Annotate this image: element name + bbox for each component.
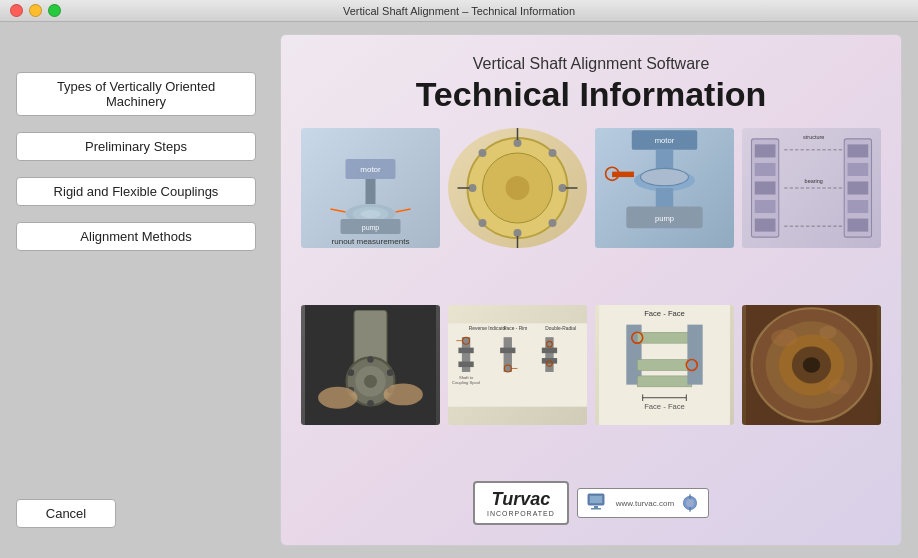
shaft-coupling-svg: motor pump (595, 128, 734, 248)
svg-rect-114 (689, 494, 690, 499)
nav-types-button[interactable]: Types of Vertically Oriented Machinery (16, 72, 256, 116)
company-logo: Turvac Incorporated (473, 481, 569, 525)
computer-icon (586, 493, 610, 513)
logo-area: Turvac Incorporated www.turvac.com (473, 481, 709, 525)
tech-drawing-svg: structure bearing (742, 128, 881, 248)
maximize-button[interactable] (48, 4, 61, 17)
photo-pipe-tube (742, 305, 881, 425)
svg-point-17 (479, 149, 487, 157)
svg-line-9 (396, 209, 411, 212)
svg-point-113 (686, 499, 694, 507)
diagram-technical-drawing: structure bearing (742, 128, 881, 248)
cancel-button[interactable]: Cancel (16, 499, 116, 528)
svg-rect-42 (848, 144, 869, 157)
svg-point-16 (559, 184, 567, 192)
svg-rect-40 (755, 219, 776, 232)
nav-couplings-button[interactable]: Rigid and Flexible Couplings (16, 177, 256, 206)
svg-point-14 (514, 229, 522, 237)
svg-point-12 (506, 176, 530, 200)
svg-text:Face - Face: Face - Face (644, 401, 685, 410)
svg-point-58 (387, 369, 394, 376)
title-bar: Vertical Shaft Alignment – Technical Inf… (0, 0, 918, 22)
svg-rect-38 (755, 181, 776, 194)
panel-subtitle: Vertical Shaft Alignment Software (473, 55, 710, 73)
svg-text:Face - Face: Face - Face (644, 308, 685, 317)
diagram-runout: motor pump runout measurements (301, 128, 440, 248)
svg-point-18 (549, 219, 557, 227)
image-grid: motor pump runout measurements (301, 128, 881, 473)
svg-rect-68 (458, 347, 473, 353)
svg-point-62 (348, 369, 355, 376)
svg-rect-2 (366, 179, 376, 204)
svg-point-15 (469, 184, 477, 192)
diagram-coupling-circle (448, 128, 587, 248)
alignment2-svg: Face - Face Face - Face (595, 305, 734, 425)
svg-rect-33 (612, 172, 634, 177)
svg-text:Reverse Indicator: Reverse Indicator (469, 326, 507, 331)
nav-buttons: Types of Vertically Oriented Machinery P… (16, 72, 264, 259)
svg-point-64 (384, 383, 423, 405)
svg-rect-110 (594, 506, 598, 508)
svg-text:Double-Radial: Double-Radial (545, 326, 576, 331)
svg-rect-79 (542, 347, 557, 353)
nav-alignment-button[interactable]: Alignment Methods (16, 222, 256, 251)
panel-title: Technical Information (416, 75, 767, 114)
svg-point-19 (549, 149, 557, 157)
svg-text:Face - Rim: Face - Rim (504, 326, 528, 331)
svg-rect-44 (848, 181, 869, 194)
content-panel: Vertical Shaft Alignment Software Techni… (280, 34, 902, 546)
svg-rect-115 (689, 507, 690, 512)
logo-tagline: Incorporated (487, 510, 555, 517)
runout-caption: runout measurements (301, 237, 440, 246)
svg-text:Shaft to: Shaft to (459, 374, 474, 379)
logo-website: www.turvac.com (616, 499, 674, 508)
nav-preliminary-button[interactable]: Preliminary Steps (16, 132, 256, 161)
svg-rect-36 (755, 144, 776, 157)
window-title: Vertical Shaft Alignment – Technical Inf… (343, 5, 575, 17)
svg-point-104 (771, 329, 797, 346)
photo-hands-shaft (301, 305, 440, 425)
svg-rect-37 (755, 163, 776, 176)
svg-text:motor: motor (360, 165, 381, 174)
runout-svg: motor pump (301, 154, 440, 244)
diagram-shaft-coupling: motor pump (595, 128, 734, 248)
svg-rect-39 (755, 200, 776, 213)
svg-rect-43 (848, 163, 869, 176)
svg-point-63 (318, 386, 357, 408)
svg-text:structure: structure (803, 134, 824, 140)
svg-point-56 (364, 374, 377, 387)
svg-rect-89 (637, 359, 692, 370)
svg-point-5 (361, 210, 381, 218)
svg-rect-91 (687, 324, 702, 384)
svg-point-20 (479, 219, 487, 227)
svg-point-106 (819, 325, 836, 338)
main-content: Types of Vertically Oriented Machinery P… (0, 22, 918, 558)
window-controls[interactable] (10, 4, 61, 17)
svg-point-105 (828, 379, 850, 394)
tube-photo-svg (742, 305, 881, 425)
svg-rect-69 (458, 361, 473, 367)
svg-point-29 (641, 168, 689, 185)
diagram-alignment-2: Face - Face Face - Face (595, 305, 734, 425)
svg-text:pump: pump (362, 224, 380, 232)
svg-rect-90 (637, 375, 692, 386)
svg-line-8 (331, 209, 346, 212)
sidebar: Types of Vertically Oriented Machinery P… (0, 22, 280, 558)
svg-text:motor: motor (655, 136, 675, 145)
diagram-alignment-1: Reverse Indicator Face - Rim Double-Radi… (448, 305, 587, 425)
svg-rect-45 (848, 200, 869, 213)
svg-point-103 (803, 357, 820, 372)
hands-photo-svg (301, 305, 440, 425)
svg-point-57 (367, 356, 374, 363)
svg-text:pump: pump (655, 214, 674, 223)
close-button[interactable] (10, 4, 23, 17)
pump-icon (680, 493, 700, 513)
svg-rect-88 (637, 332, 692, 343)
svg-rect-46 (848, 219, 869, 232)
svg-rect-111 (591, 508, 601, 510)
svg-rect-74 (500, 347, 515, 353)
minimize-button[interactable] (29, 4, 42, 17)
alignment1-svg: Reverse Indicator Face - Rim Double-Radi… (448, 305, 587, 425)
coupling-svg (448, 128, 587, 248)
svg-rect-109 (590, 496, 602, 503)
